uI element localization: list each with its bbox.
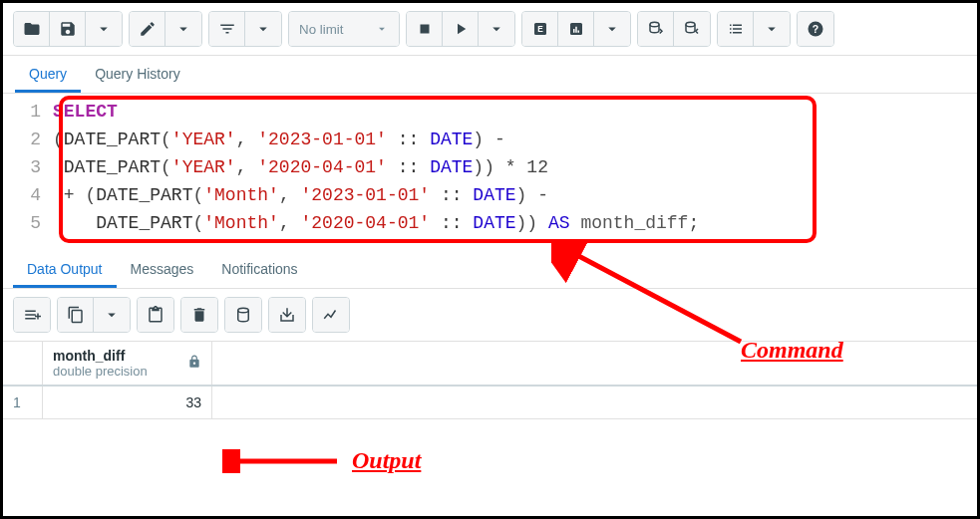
db-rollback-icon xyxy=(683,20,701,38)
rollback-button[interactable] xyxy=(674,12,710,46)
open-button[interactable] xyxy=(14,12,50,46)
explain-group: E xyxy=(521,11,631,47)
chevron-down-icon xyxy=(763,20,781,38)
edit-dropdown[interactable] xyxy=(165,12,201,46)
sql-editor[interactable]: 1SELECT 2(DATE_PART('YEAR', '2023-01-01'… xyxy=(3,94,977,249)
chevron-down-icon xyxy=(95,20,113,38)
chevron-down-icon xyxy=(254,20,272,38)
paste-icon xyxy=(147,306,164,324)
arrow-output xyxy=(222,449,342,473)
tab-query[interactable]: Query xyxy=(15,56,81,93)
tab-notifications[interactable]: Notifications xyxy=(207,251,311,288)
pencil-icon xyxy=(139,20,157,38)
filter-button[interactable] xyxy=(209,12,245,46)
folder-icon xyxy=(23,20,41,38)
copy-dropdown[interactable] xyxy=(94,298,130,332)
tab-history[interactable]: Query History xyxy=(81,56,194,93)
db-save-icon xyxy=(234,306,252,324)
macros-button[interactable] xyxy=(718,12,754,46)
stop-button[interactable] xyxy=(407,12,443,46)
chevron-down-icon xyxy=(603,20,621,38)
sparkline-icon xyxy=(322,306,340,324)
line-num: 5 xyxy=(3,209,53,237)
chart-icon xyxy=(567,20,585,38)
explain-icon: E xyxy=(531,20,549,38)
stop-icon xyxy=(416,20,434,38)
tab-data-output[interactable]: Data Output xyxy=(13,251,117,288)
macros-dropdown[interactable] xyxy=(754,12,790,46)
svg-point-6 xyxy=(650,22,659,27)
exec-group xyxy=(406,11,515,47)
svg-rect-5 xyxy=(577,31,579,33)
line-num: 1 xyxy=(3,98,53,126)
limit-select[interactable]: No limit xyxy=(289,12,399,46)
main-toolbar: No limit E ? xyxy=(3,3,977,56)
row-number: 1 xyxy=(3,387,43,418)
delete-button[interactable] xyxy=(181,298,217,332)
graph-button[interactable] xyxy=(313,298,349,332)
help-group: ? xyxy=(797,11,834,47)
table-row[interactable]: 1 33 xyxy=(3,387,977,419)
download-icon xyxy=(278,306,296,324)
cell-value[interactable]: 33 xyxy=(43,387,212,418)
column-header[interactable]: month_diff double precision xyxy=(43,342,212,385)
explain-button[interactable]: E xyxy=(522,12,558,46)
line-num: 4 xyxy=(3,181,53,209)
run-dropdown[interactable] xyxy=(479,12,514,46)
limit-label: No limit xyxy=(299,22,343,37)
save-data-button[interactable] xyxy=(225,298,261,332)
limit-group: No limit xyxy=(288,11,400,47)
edit-button[interactable] xyxy=(130,12,165,46)
add-row-icon xyxy=(23,306,41,324)
analyze-button[interactable] xyxy=(558,12,594,46)
chevron-down-icon xyxy=(174,20,192,38)
file-group xyxy=(13,11,123,47)
lock-icon xyxy=(187,355,201,372)
copy-button[interactable] xyxy=(58,298,94,332)
grid-corner xyxy=(3,342,43,385)
result-tabs: Data Output Messages Notifications xyxy=(3,251,977,289)
tab-messages[interactable]: Messages xyxy=(117,251,208,288)
svg-rect-3 xyxy=(573,29,575,33)
filter-group xyxy=(208,11,282,47)
commit-group xyxy=(637,11,711,47)
filter-dropdown[interactable] xyxy=(245,12,281,46)
chevron-down-icon xyxy=(488,20,505,38)
annotation-output: Output xyxy=(352,447,421,474)
svg-rect-4 xyxy=(575,27,577,33)
copy-icon xyxy=(67,306,85,324)
analyze-dropdown[interactable] xyxy=(594,12,630,46)
play-icon xyxy=(452,20,470,38)
list-icon xyxy=(727,20,745,38)
line-num: 2 xyxy=(3,126,53,153)
help-icon: ? xyxy=(807,20,824,38)
result-toolbar xyxy=(3,289,977,341)
save-button[interactable] xyxy=(50,12,86,46)
edit-group xyxy=(129,11,202,47)
trash-icon xyxy=(190,306,208,324)
data-grid: month_diff double precision 1 33 xyxy=(3,341,977,419)
db-commit-icon xyxy=(647,20,665,38)
svg-text:E: E xyxy=(537,25,543,34)
run-button[interactable] xyxy=(443,12,479,46)
svg-point-7 xyxy=(686,22,695,27)
paste-button[interactable] xyxy=(138,298,173,332)
save-icon xyxy=(59,20,77,38)
add-row-button[interactable] xyxy=(14,298,50,332)
download-button[interactable] xyxy=(269,298,305,332)
query-tabs: Query Query History xyxy=(3,56,977,94)
filter-icon xyxy=(218,20,236,38)
help-button[interactable]: ? xyxy=(798,12,833,46)
line-num: 3 xyxy=(3,153,53,181)
commit-button[interactable] xyxy=(638,12,674,46)
svg-point-10 xyxy=(238,308,249,313)
caret-down-icon xyxy=(375,22,389,36)
save-dropdown[interactable] xyxy=(86,12,122,46)
svg-text:?: ? xyxy=(813,23,818,35)
column-name: month_diff xyxy=(53,348,148,364)
column-type: double precision xyxy=(53,364,148,379)
chevron-down-icon xyxy=(103,306,121,324)
macros-group xyxy=(717,11,791,47)
